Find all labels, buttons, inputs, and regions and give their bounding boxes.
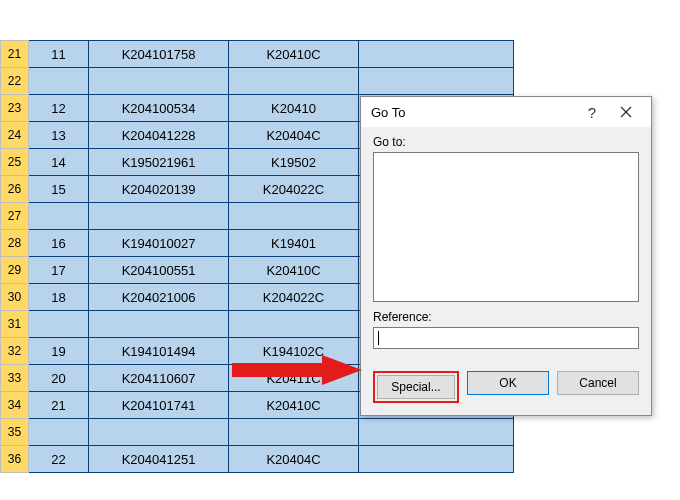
special-button-highlight: Special...: [373, 371, 459, 403]
cell[interactable]: 12: [29, 95, 89, 122]
cell[interactable]: K204041228: [89, 122, 229, 149]
dialog-titlebar[interactable]: Go To ?: [361, 97, 651, 127]
goto-label: Go to:: [373, 135, 639, 149]
close-button[interactable]: [609, 98, 643, 126]
cell[interactable]: K19502: [229, 149, 359, 176]
cell[interactable]: [229, 68, 359, 95]
cell[interactable]: [89, 419, 229, 446]
row-header[interactable]: 26: [1, 176, 29, 203]
cell[interactable]: K19401: [229, 230, 359, 257]
table-row: 22: [1, 68, 514, 95]
cell[interactable]: 17: [29, 257, 89, 284]
cell[interactable]: [229, 203, 359, 230]
cell[interactable]: K20404C: [229, 446, 359, 473]
cell[interactable]: [359, 41, 514, 68]
cell[interactable]: 15: [29, 176, 89, 203]
cell[interactable]: 13: [29, 122, 89, 149]
reference-input[interactable]: [373, 327, 639, 349]
cell[interactable]: [89, 203, 229, 230]
goto-dialog: Go To ? Go to: Reference: Special... OK …: [360, 96, 652, 416]
cell[interactable]: K194010027: [89, 230, 229, 257]
cell[interactable]: 22: [29, 446, 89, 473]
cell[interactable]: K204100551: [89, 257, 229, 284]
cell[interactable]: K204041251: [89, 446, 229, 473]
cell[interactable]: K20410C: [229, 41, 359, 68]
reference-label: Reference:: [373, 310, 639, 324]
cell[interactable]: K20404C: [229, 122, 359, 149]
cell[interactable]: K20411C: [229, 365, 359, 392]
help-button[interactable]: ?: [575, 98, 609, 126]
close-icon: [620, 106, 632, 118]
cell[interactable]: K204020139: [89, 176, 229, 203]
row-header[interactable]: 23: [1, 95, 29, 122]
cell[interactable]: 11: [29, 41, 89, 68]
cell[interactable]: [89, 68, 229, 95]
cell[interactable]: K204022C: [229, 284, 359, 311]
ok-button[interactable]: OK: [467, 371, 549, 395]
row-header[interactable]: 32: [1, 338, 29, 365]
row-header[interactable]: 21: [1, 41, 29, 68]
cell[interactable]: [29, 311, 89, 338]
row-header[interactable]: 36: [1, 446, 29, 473]
table-row: 3622K204041251K20404C: [1, 446, 514, 473]
cell[interactable]: 20: [29, 365, 89, 392]
row-header[interactable]: 25: [1, 149, 29, 176]
row-header[interactable]: 34: [1, 392, 29, 419]
dialog-title: Go To: [371, 105, 575, 120]
cell[interactable]: K194101494: [89, 338, 229, 365]
cell[interactable]: K194102C: [229, 338, 359, 365]
row-header[interactable]: 30: [1, 284, 29, 311]
cell[interactable]: 14: [29, 149, 89, 176]
cell[interactable]: [29, 419, 89, 446]
cell[interactable]: K195021961: [89, 149, 229, 176]
cell[interactable]: K20410C: [229, 392, 359, 419]
table-row: 35: [1, 419, 514, 446]
cell[interactable]: K20410C: [229, 257, 359, 284]
cell[interactable]: K204101741: [89, 392, 229, 419]
row-header[interactable]: 33: [1, 365, 29, 392]
row-header[interactable]: 35: [1, 419, 29, 446]
cell[interactable]: 19: [29, 338, 89, 365]
cell[interactable]: K20410: [229, 95, 359, 122]
row-header[interactable]: 31: [1, 311, 29, 338]
text-caret: [378, 331, 379, 345]
cell[interactable]: [359, 419, 514, 446]
cell[interactable]: 18: [29, 284, 89, 311]
cell[interactable]: 21: [29, 392, 89, 419]
cell[interactable]: K204100534: [89, 95, 229, 122]
cell[interactable]: [359, 446, 514, 473]
row-header[interactable]: 24: [1, 122, 29, 149]
row-header[interactable]: 27: [1, 203, 29, 230]
row-header[interactable]: 22: [1, 68, 29, 95]
cancel-button[interactable]: Cancel: [557, 371, 639, 395]
cell[interactable]: K204101758: [89, 41, 229, 68]
cell[interactable]: [229, 311, 359, 338]
row-header[interactable]: 29: [1, 257, 29, 284]
special-button[interactable]: Special...: [377, 375, 455, 399]
row-header[interactable]: 28: [1, 230, 29, 257]
cell[interactable]: K204022C: [229, 176, 359, 203]
cell[interactable]: [89, 311, 229, 338]
cell[interactable]: [29, 68, 89, 95]
cell[interactable]: [29, 203, 89, 230]
goto-listbox[interactable]: [373, 152, 639, 302]
cell[interactable]: 16: [29, 230, 89, 257]
table-row: 2111K204101758K20410C: [1, 41, 514, 68]
cell[interactable]: [359, 68, 514, 95]
cell[interactable]: K204021006: [89, 284, 229, 311]
cell[interactable]: K204110607: [89, 365, 229, 392]
cell[interactable]: [229, 419, 359, 446]
